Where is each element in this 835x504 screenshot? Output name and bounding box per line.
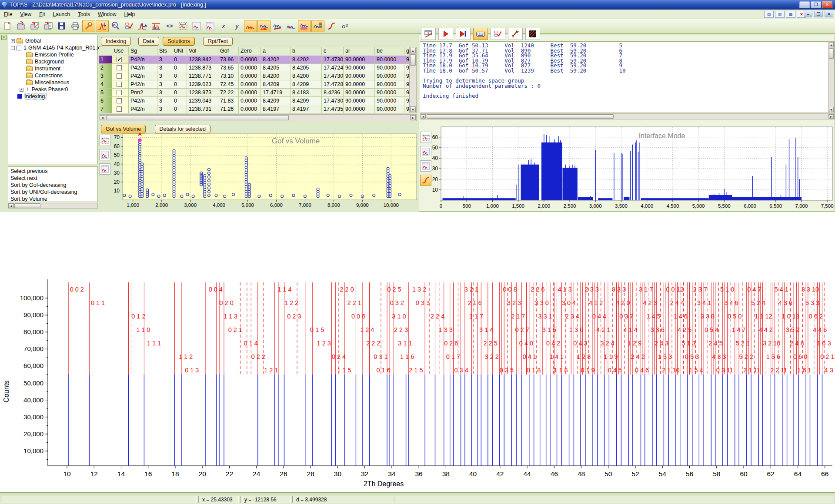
open-file-icon[interactable] (15, 20, 28, 32)
cell-UNI[interactable]: 0 (172, 64, 187, 72)
cascade-windows-icon[interactable]: ▦ (786, 11, 795, 18)
cell-Sts[interactable]: 3 (157, 72, 172, 80)
cell-UNI[interactable]: 0 (172, 80, 187, 89)
cell-al[interactable]: 90.0000 (344, 56, 375, 64)
cell-Sg[interactable]: P42/n (129, 80, 157, 89)
peaks-slash-icon[interactable] (271, 20, 284, 32)
report-icon[interactable] (421, 28, 436, 40)
cell-Gof[interactable]: 73.10 (218, 72, 239, 80)
menu-tools[interactable]: Tools (74, 10, 94, 19)
column-header-al[interactable]: al (344, 47, 375, 55)
cell-Zero[interactable]: 0.0000 (239, 64, 261, 72)
column-header-Sg[interactable]: Sg (129, 47, 157, 55)
cell-UNI[interactable]: 0 (172, 105, 187, 113)
cell-be[interactable]: 90.0000 (375, 72, 404, 80)
column-header-be[interactable]: be (375, 47, 404, 55)
cell-c[interactable]: 17.4724 (322, 64, 344, 72)
run-icon[interactable] (438, 28, 453, 40)
expand-icon[interactable]: + (11, 39, 15, 43)
cell-a[interactable]: 8.4202 (261, 56, 291, 64)
cell-a[interactable]: 8.4209 (261, 97, 291, 105)
cell-a[interactable]: 8.4197 (261, 105, 291, 113)
peak-top-icon[interactable] (204, 20, 217, 32)
checklist-small-icon[interactable] (491, 28, 505, 40)
tree-panel-close-icon[interactable]: × (1, 35, 7, 40)
run-to-end-icon[interactable] (456, 28, 471, 40)
cell-a[interactable]: 8.4200 (261, 72, 291, 80)
mdi-minimize-button[interactable]: – (804, 11, 812, 17)
cell-Sts[interactable]: 3 (157, 89, 172, 97)
column-header-c[interactable]: c (322, 47, 344, 55)
cell-Gof[interactable]: 71.26 (218, 105, 239, 113)
column-header-a[interactable]: a (261, 47, 291, 55)
column-header-rownum[interactable] (99, 47, 112, 55)
column-header-Use[interactable]: Use (112, 47, 129, 55)
cell-Sg[interactable]: P42/n (129, 64, 157, 72)
peaks-stripes-icon[interactable] (311, 20, 324, 32)
tab-data[interactable]: Data (138, 37, 159, 46)
cell-Zero[interactable]: 0.0000 (239, 72, 261, 80)
cell-Zero[interactable]: 0.0000 (239, 97, 261, 105)
tree-item-miscellaneous[interactable]: Miscellaneous (20, 79, 69, 86)
cell-g[interactable]: 9 (404, 97, 409, 105)
tab-rpt-text[interactable]: Rpt/Text (203, 37, 233, 46)
menu-fit[interactable]: Fit (35, 10, 49, 19)
column-header-Sts[interactable]: Sts (157, 47, 172, 55)
use-checkbox[interactable]: ✔ (117, 57, 122, 62)
cell-a[interactable]: 8.4209 (261, 80, 291, 89)
tree-item-background[interactable]: Background (20, 58, 64, 65)
tree-item-emission-profile[interactable]: Emission Profile (20, 51, 74, 58)
cell-Vol[interactable]: 1238.973 (187, 89, 218, 97)
interface-mode-chart[interactable]: 10203040506005001,0001,5002,0002,5003,00… (420, 125, 835, 211)
import-text-icon[interactable] (42, 20, 55, 32)
tree-item-1-gnm-4145-p4-kapton-r01-xy[interactable]: -1-GNM-4145-P4-Kapton_R01.xy (11, 44, 102, 51)
cell-g[interactable]: 9 (404, 72, 409, 80)
cell-be[interactable]: 90.0000 (375, 105, 404, 113)
restore-button[interactable]: ❐ (811, 1, 821, 8)
collapse-icon[interactable]: - (11, 46, 15, 50)
gof-vs-volume-chart[interactable]: 102030405060701,0002,0003,0004,0005,0006… (99, 123, 418, 212)
action-sort-by-volume[interactable]: Sort by Volume (10, 196, 47, 202)
cell-Vol[interactable]: 1239.023 (187, 80, 218, 89)
row-number[interactable]: 2 (99, 64, 112, 72)
cell-Sts[interactable]: 3 (157, 105, 172, 113)
cell-Vol[interactable]: 1238.771 (187, 72, 218, 80)
row-number[interactable]: 1 (99, 56, 112, 64)
subtab-details-for-selected[interactable]: Details for selected (155, 125, 210, 133)
cell-Vol[interactable]: 1238.731 (187, 105, 218, 113)
tab-solutions[interactable]: Solutions (163, 37, 194, 46)
columns-chart-icon[interactable] (150, 20, 163, 32)
cell-Sts[interactable]: 3 (157, 97, 172, 105)
cell-Sg[interactable]: Pnn2 (129, 89, 157, 97)
cell-Zero[interactable]: 0.0000 (239, 89, 261, 97)
close-button[interactable]: ✕ (822, 1, 832, 8)
cell-UNI[interactable]: 0 (172, 56, 187, 64)
row-number[interactable]: 5 (99, 89, 112, 97)
tree-item-indexing-[interactable]: Indexing. (11, 93, 47, 100)
use-checkbox[interactable] (117, 90, 122, 95)
scan-checkbox[interactable] (17, 46, 21, 50)
code-icon[interactable]: <> (163, 20, 176, 32)
cell-UNI[interactable]: 0 (172, 72, 187, 80)
checklist-icon[interactable] (123, 20, 136, 32)
cell-Zero[interactable]: 0.0000 (239, 105, 261, 113)
use-checkbox[interactable] (117, 65, 122, 70)
action-select-previous[interactable]: Select previous (10, 168, 47, 174)
fit-width-icon[interactable] (177, 20, 190, 32)
keyboard-icon[interactable] (473, 28, 488, 40)
tree-item-global[interactable]: +Global (11, 37, 41, 44)
cell-b[interactable]: 8.4209 (291, 97, 322, 105)
peaks-comb-icon[interactable] (298, 20, 311, 32)
tree-item-instrument[interactable]: Instrument (20, 65, 60, 72)
pattern-box-icon[interactable] (525, 28, 540, 40)
cell-Zero[interactable]: 0.0000 (239, 56, 261, 64)
tile-vertical-icon[interactable]: ▥ (775, 11, 785, 18)
cell-Vol[interactable]: 1238.842 (187, 56, 218, 64)
cell-be[interactable]: 90.0000 (375, 56, 404, 64)
setup-wrench-icon[interactable] (82, 20, 95, 32)
cell-b[interactable]: 8.4209 (291, 80, 322, 89)
cell-c[interactable]: 17.4728 (322, 80, 344, 89)
peaks-ticks-icon[interactable] (257, 20, 271, 32)
cell-UNI[interactable]: 0 (172, 89, 187, 97)
cell-c[interactable]: 17.4730 (322, 56, 344, 64)
